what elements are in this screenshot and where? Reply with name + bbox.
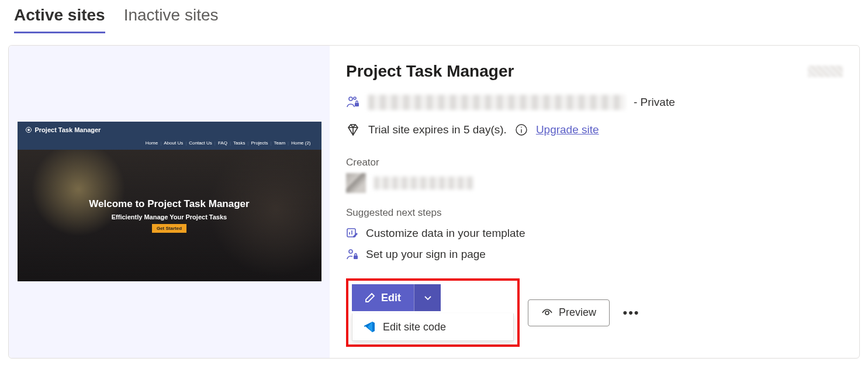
creator-avatar — [346, 173, 366, 193]
svg-point-0 — [349, 97, 352, 101]
thumb-menu: Home| About Us| Contact Us| FAQ| Tasks| … — [18, 138, 321, 150]
edit-button[interactable]: Edit — [352, 284, 414, 311]
thumb-menu-item: Tasks — [233, 140, 245, 146]
svg-point-5 — [521, 127, 522, 128]
thumb-menu-item: Projects — [251, 140, 268, 146]
more-icon: ••• — [623, 305, 639, 320]
edit-split-button: Edit — [352, 284, 441, 311]
thumb-menu-item: Team — [274, 140, 286, 146]
diamond-icon — [346, 123, 360, 137]
edit-site-code-label: Edit site code — [383, 321, 446, 333]
redacted-chip — [808, 66, 843, 77]
step-customize-data[interactable]: Customize data in your template — [346, 227, 843, 240]
redacted-creator-name — [374, 177, 473, 189]
edit-site-code-item[interactable]: Edit site code — [352, 313, 513, 340]
thumb-menu-item: Home — [146, 140, 158, 146]
step-label: Set up your sign in page — [366, 248, 486, 261]
chevron-down-icon — [423, 293, 433, 302]
step-label: Customize data in your template — [366, 227, 525, 240]
detail-column: Project Task Manager - Private — [330, 46, 859, 358]
site-card: Project Task Manager Home| About Us| Con… — [8, 45, 860, 359]
preview-icon — [541, 307, 553, 319]
preview-button[interactable]: Preview — [528, 299, 610, 326]
step-signin-page[interactable]: Set up your sign in page — [346, 248, 843, 261]
site-title: Project Task Manager — [346, 62, 514, 81]
thumb-hero-subheading: Efficiently Manage Your Project Tasks — [112, 213, 227, 220]
visibility-text: - Private — [634, 96, 675, 109]
vscode-icon — [363, 320, 376, 333]
thumb-logo-icon — [26, 127, 32, 133]
edit-dropdown-menu: Edit site code — [352, 313, 514, 341]
chart-edit-icon — [346, 227, 359, 240]
more-actions-button[interactable]: ••• — [618, 299, 645, 326]
svg-point-9 — [349, 250, 352, 253]
tab-inactive-sites[interactable]: Inactive sites — [124, 6, 219, 33]
thumb-hero-cta: Get Started — [152, 224, 186, 233]
thumb-menu-item: Home (2) — [291, 140, 310, 146]
svg-point-1 — [354, 97, 356, 99]
people-lock-icon — [346, 95, 360, 109]
suggested-steps-label: Suggested next steps — [346, 207, 843, 219]
thumb-hero: Welcome to Project Task Manager Efficien… — [18, 150, 321, 281]
thumb-menu-item: About Us — [164, 140, 183, 146]
svg-point-11 — [545, 311, 549, 315]
thumb-site-title: Project Task Manager — [35, 126, 101, 133]
redacted-url — [368, 95, 625, 110]
info-icon[interactable] — [515, 123, 528, 136]
thumb-nav: Project Task Manager — [18, 122, 321, 138]
person-lock-icon — [346, 248, 359, 261]
upgrade-site-link[interactable]: Upgrade site — [536, 123, 599, 136]
thumbnail-column: Project Task Manager Home| About Us| Con… — [9, 46, 330, 358]
edit-dropdown-toggle[interactable] — [414, 284, 441, 311]
pencil-icon — [365, 292, 375, 303]
edit-label: Edit — [381, 292, 401, 304]
thumb-hero-heading: Welcome to Project Task Manager — [89, 198, 249, 210]
tabs-bar: Active sites Inactive sites — [0, 0, 868, 33]
highlight-annotation: Edit — [346, 278, 520, 347]
svg-rect-10 — [354, 256, 358, 259]
tab-active-sites[interactable]: Active sites — [14, 6, 105, 33]
trial-text: Trial site expires in 5 day(s). — [368, 123, 507, 136]
site-thumbnail[interactable]: Project Task Manager Home| About Us| Con… — [18, 122, 321, 281]
thumb-menu-item: FAQ — [218, 140, 227, 146]
preview-label: Preview — [559, 306, 596, 319]
svg-rect-2 — [355, 103, 359, 106]
creator-label: Creator — [346, 157, 843, 168]
thumb-menu-item: Contact Us — [189, 140, 212, 146]
